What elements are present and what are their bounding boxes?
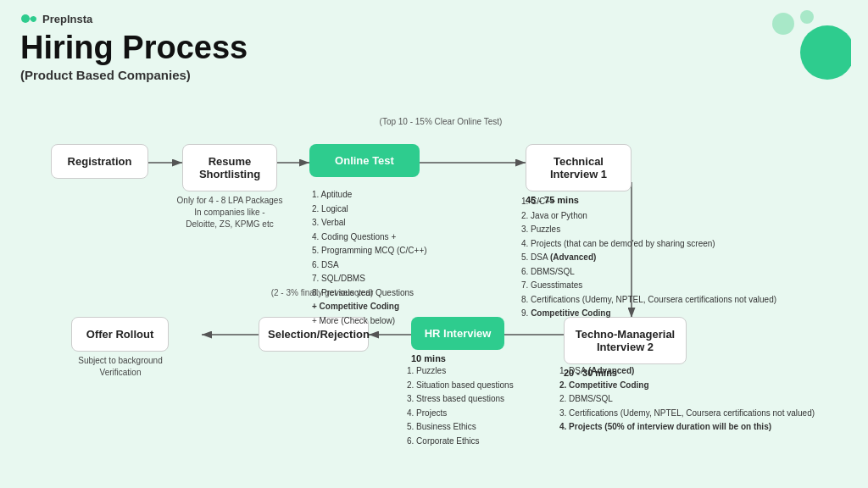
ti1-item-3: 3. Puzzles xyxy=(521,223,852,237)
tech-interview1-content: 1. C/C++ 2. Java or Python 3. Puzzles 4.… xyxy=(521,195,852,321)
ti1-item-7: 7. Guesstimates xyxy=(521,279,852,293)
ti1-item-1: 1. C/C++ xyxy=(521,195,852,209)
hr-item-1: 1. Puzzles xyxy=(407,364,534,379)
online-test-content: 1. Aptitude 2. Logical 3. Verbal 4. Codi… xyxy=(312,188,435,328)
hr-item-6: 6. Corporate Ethics xyxy=(407,435,534,449)
resume-node-wrapper: Resume Shortlisting Only for 4 - 8 LPA P… xyxy=(182,144,289,230)
ot-item-9: + Competitive Coding xyxy=(312,300,435,314)
deco-circle-small2 xyxy=(800,10,814,24)
hr-interview-content: 1. Puzzles 2. Situation based questions … xyxy=(407,364,534,448)
page-subtitle: (Product Based Companies) xyxy=(20,68,848,82)
techno-managerial-node: Techno-Managerial Interview 2 xyxy=(564,317,687,364)
ot-item-7: 7. SQL/DBMS xyxy=(312,272,435,286)
registration-node: Registration xyxy=(51,144,148,179)
logo-text: PrepInsta xyxy=(42,13,92,25)
deco-circle-small1 xyxy=(772,13,794,35)
logo-area: PrepInsta xyxy=(20,10,848,27)
deco-circles xyxy=(766,8,851,88)
prepinsta-logo-icon xyxy=(20,10,37,27)
ot-item-6: 6. DSA xyxy=(312,258,435,273)
online-test-node-wrapper: Online Test xyxy=(309,144,420,177)
ti1-item-8: 8. Certifications (Udemy, NPTEL, Courser… xyxy=(521,293,852,308)
hr-item-4: 4. Projects xyxy=(407,407,534,421)
tm-item-5: 4. Projects (50% of interview duration w… xyxy=(559,420,852,435)
ti1-item-6: 6. DBMS/SQL xyxy=(521,265,852,280)
hr-time: 10 mins xyxy=(411,353,504,363)
ot-item-5: 5. Programming MCQ (C/C++) xyxy=(312,244,435,258)
hr-item-2: 2. Situation based questions xyxy=(407,379,534,393)
ot-item-2: 2. Logical xyxy=(312,202,435,217)
ot-item-1: 1. Aptitude xyxy=(312,188,435,202)
online-test-node: Online Test xyxy=(309,144,420,177)
tm-item-2: 2. Competitive Coding xyxy=(559,379,852,393)
page-title: Hiring Process xyxy=(20,30,848,66)
tm-item-3: 2. DBMS/SQL xyxy=(559,392,852,407)
svg-point-0 xyxy=(21,14,30,23)
tm-item-1: 1. DSA (Advanced) xyxy=(559,364,852,379)
offer-rollout-node-wrapper: Offer Rollout Subject to background Veri… xyxy=(71,317,175,379)
tm-item-4: 3. Certifications (Udemy, NPTEL, Courser… xyxy=(559,407,852,421)
resume-node-info: Only for 4 - 8 LPA Packages In companies… xyxy=(170,195,289,230)
hr-item-3: 3. Stress based questions xyxy=(407,392,534,407)
ot-item-3: 3. Verbal xyxy=(312,216,435,230)
tech-interview1-node: Technical Interview 1 xyxy=(526,144,632,191)
ot-item-4: 4. Coding Questions + xyxy=(312,230,435,245)
resume-node: Resume Shortlisting xyxy=(182,144,277,191)
ti1-item-2: 2. Java or Python xyxy=(521,209,852,224)
techno-managerial-content: 1. DSA (Advanced) 2. Competitive Coding … xyxy=(559,364,852,435)
ot-item-8: 8. Previous year Questions xyxy=(312,286,435,301)
offer-rollout-node: Offer Rollout xyxy=(71,317,169,352)
hr-item-5: 5. Business Ethics xyxy=(407,420,534,435)
ti1-item-4: 4. Projects (that can be demo'ed by shar… xyxy=(521,237,852,252)
deco-circle-large xyxy=(800,25,851,80)
offer-rollout-info: Subject to background Verification xyxy=(65,355,175,379)
ti1-item-5: 5. DSA (Advanced) xyxy=(521,251,852,265)
registration-node-wrapper: Registration xyxy=(51,144,148,179)
header: PrepInsta Hiring Process (Product Based … xyxy=(0,0,868,87)
ti1-item-9: 9. Competitive Coding xyxy=(521,307,852,321)
top-annotation: (Top 10 - 15% Clear Online Test) xyxy=(373,117,509,126)
ot-item-10: + More (Check below) xyxy=(312,314,435,329)
